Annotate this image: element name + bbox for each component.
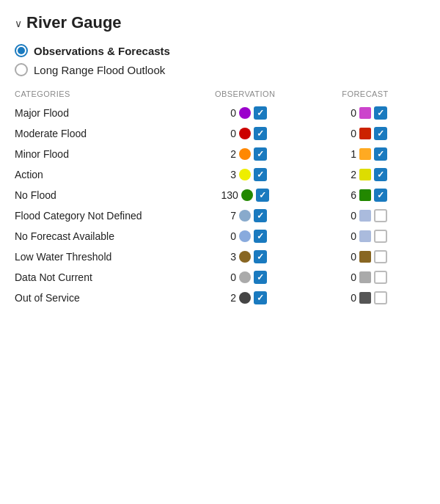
forecast-cell: 2✓ (305, 164, 425, 185)
forecast-checkbox[interactable] (374, 271, 387, 284)
table-row: Out of Service2✓0 (15, 288, 425, 308)
radio-button-obs-forecasts[interactable] (15, 44, 28, 57)
forecast-square-icon (359, 107, 371, 119)
radio-obs-forecasts[interactable]: Observations & Forecasts (15, 44, 425, 57)
forecast-checkbox[interactable]: ✓ (374, 168, 387, 181)
forecast-checkbox[interactable] (374, 230, 387, 243)
category-label: Minor Flood (15, 144, 185, 164)
forecast-square-icon (359, 292, 371, 304)
table-row: Moderate Flood0✓0✓ (15, 123, 425, 144)
obs-checkbox[interactable]: ✓ (254, 127, 267, 140)
category-label: Moderate Flood (15, 123, 185, 144)
forecast-count: 0 (343, 210, 356, 222)
category-label: Major Flood (15, 103, 185, 123)
observation-cell: 0✓ (185, 123, 305, 144)
forecast-cell: 1✓ (305, 144, 425, 164)
observation-cell: 130✓ (185, 185, 305, 205)
col-header-categories: CATEGORIES (15, 90, 185, 103)
forecast-count: 0 (343, 271, 356, 283)
obs-dot-icon (239, 271, 251, 283)
forecast-count: 0 (343, 292, 356, 304)
forecast-cell: 0 (305, 267, 425, 288)
table-row: Flood Category Not Defined7✓0 (15, 205, 425, 226)
obs-checkbox[interactable]: ✓ (254, 271, 267, 284)
obs-checkbox[interactable]: ✓ (254, 230, 267, 243)
forecast-square-icon (359, 271, 371, 283)
table-row: No Flood130✓6✓ (15, 185, 425, 205)
obs-count: 0 (223, 230, 236, 242)
section-header: ∨ River Gauge (15, 13, 425, 32)
observation-cell: 0✓ (185, 267, 305, 288)
categories-table: CATEGORIES OBSERVATION FORECAST Major Fl… (15, 90, 425, 308)
observation-cell: 2✓ (185, 144, 305, 164)
forecast-cell: 0 (305, 205, 425, 226)
forecast-count: 0 (343, 128, 356, 139)
obs-checkbox[interactable]: ✓ (254, 147, 267, 161)
forecast-checkbox[interactable]: ✓ (374, 147, 387, 161)
forecast-cell: 0 (305, 288, 425, 308)
forecast-count: 2 (343, 169, 356, 180)
table-row: No Forecast Available0✓0 (15, 226, 425, 246)
forecast-square-icon (359, 148, 371, 160)
obs-dot-icon (239, 251, 251, 263)
obs-checkbox[interactable]: ✓ (254, 106, 267, 120)
observation-cell: 3✓ (185, 246, 305, 267)
radio-button-long-range[interactable] (15, 63, 28, 76)
forecast-count: 0 (343, 230, 356, 242)
forecast-count: 0 (343, 251, 356, 263)
category-label: Out of Service (15, 288, 185, 308)
obs-checkbox[interactable]: ✓ (254, 291, 267, 304)
obs-dot-icon (239, 230, 251, 242)
obs-dot-icon (239, 169, 251, 180)
observation-cell: 3✓ (185, 164, 305, 185)
obs-dot-icon (239, 210, 251, 222)
forecast-checkbox[interactable] (374, 250, 387, 263)
forecast-square-icon (359, 189, 371, 201)
forecast-square-icon (359, 169, 371, 180)
forecast-checkbox[interactable] (374, 291, 387, 304)
forecast-count: 0 (343, 107, 356, 119)
category-label: No Forecast Available (15, 226, 185, 246)
obs-count: 0 (223, 107, 236, 119)
forecast-square-icon (359, 230, 371, 242)
forecast-cell: 0✓ (305, 103, 425, 123)
observation-cell: 2✓ (185, 288, 305, 308)
obs-count: 0 (223, 128, 236, 139)
observation-cell: 7✓ (185, 205, 305, 226)
obs-checkbox[interactable]: ✓ (254, 250, 267, 263)
radio-label-obs-forecasts: Observations & Forecasts (34, 45, 170, 57)
forecast-checkbox[interactable]: ✓ (374, 127, 387, 140)
obs-count: 3 (223, 169, 236, 180)
obs-checkbox[interactable]: ✓ (254, 168, 267, 181)
table-row: Major Flood0✓0✓ (15, 103, 425, 123)
category-label: Action (15, 164, 185, 185)
obs-checkbox[interactable]: ✓ (256, 189, 269, 202)
obs-count: 2 (223, 292, 236, 304)
obs-count: 3 (223, 251, 236, 263)
forecast-count: 1 (343, 148, 356, 160)
forecast-checkbox[interactable] (374, 209, 387, 222)
forecast-cell: 0✓ (305, 123, 425, 144)
col-header-forecast: FORECAST (305, 90, 425, 103)
forecast-square-icon (359, 128, 371, 139)
forecast-checkbox[interactable]: ✓ (374, 106, 387, 120)
table-row: Minor Flood2✓1✓ (15, 144, 425, 164)
obs-checkbox[interactable]: ✓ (254, 209, 267, 222)
chevron-down-icon[interactable]: ∨ (15, 18, 22, 29)
page-title: River Gauge (26, 13, 122, 32)
table-row: Low Water Threshold3✓0 (15, 246, 425, 267)
forecast-checkbox[interactable]: ✓ (374, 189, 387, 202)
obs-dot-icon (239, 148, 251, 160)
forecast-square-icon (359, 210, 371, 222)
observation-cell: 0✓ (185, 226, 305, 246)
obs-count: 130 (221, 189, 238, 201)
forecast-cell: 0 (305, 246, 425, 267)
table-row: Action3✓2✓ (15, 164, 425, 185)
radio-label-long-range: Long Range Flood Outlook (34, 64, 165, 76)
category-label: Flood Category Not Defined (15, 205, 185, 226)
obs-count: 0 (223, 271, 236, 283)
obs-dot-icon (239, 107, 251, 119)
col-header-observation: OBSERVATION (185, 90, 305, 103)
table-row: Data Not Current0✓0 (15, 267, 425, 288)
radio-long-range[interactable]: Long Range Flood Outlook (15, 63, 425, 76)
